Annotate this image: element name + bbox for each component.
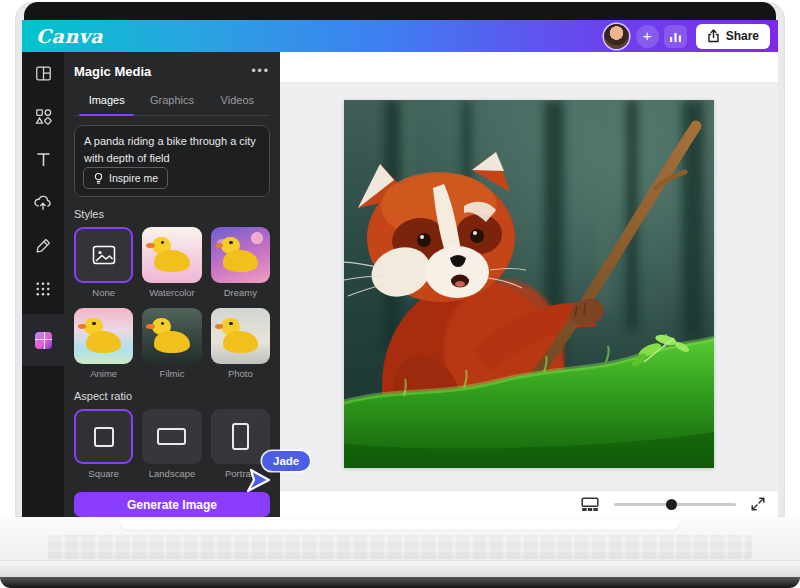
style-label: Dreamy [211, 287, 270, 298]
tab-graphics[interactable]: Graphics [139, 86, 204, 115]
pages-icon [581, 497, 599, 512]
magic-media-app-icon [35, 332, 52, 349]
red-panda-illustration [344, 100, 714, 468]
canvas-statusbar [280, 490, 778, 517]
aspect-label: Landscape [142, 468, 201, 479]
lightbulb-icon [93, 172, 104, 185]
prompt-value: A panda riding a bike through a city wit… [84, 133, 260, 166]
landscape-icon [157, 428, 186, 445]
plus-icon: + [643, 28, 652, 43]
aspect-option-portrait[interactable]: Portrait [211, 409, 270, 479]
portrait-icon [232, 423, 249, 450]
inspire-me-button[interactable]: Inspire me [83, 167, 168, 189]
insights-button[interactable] [664, 25, 687, 48]
style-option-photo[interactable]: Photo [211, 308, 270, 379]
laptop-keyboard-deck [0, 517, 800, 588]
aspect-thumb-square[interactable] [74, 409, 133, 464]
editor-toolbar [280, 52, 778, 83]
bar-chart-icon [669, 30, 682, 43]
tab-videos[interactable]: Videos [205, 86, 270, 115]
aspect-option-square[interactable]: Square [74, 409, 133, 479]
aspect-ratio-grid: Square Landscape Portrait [74, 409, 270, 479]
share-button[interactable]: Share [696, 24, 770, 49]
image-placeholder-icon [92, 245, 116, 265]
styles-heading: Styles [74, 208, 270, 220]
laptop-hinge [120, 520, 680, 531]
zoom-slider[interactable] [614, 499, 736, 510]
topbar-actions: + Share [604, 20, 770, 52]
user-avatar[interactable] [604, 24, 629, 49]
laptop-deck-top [0, 517, 800, 561]
rail-item-draw[interactable] [22, 224, 64, 267]
style-label: None [74, 287, 133, 298]
rail-item-elements[interactable] [22, 95, 64, 138]
style-option-filmic[interactable]: Filmic [142, 308, 201, 379]
shapes-icon [34, 107, 53, 126]
aspect-thumb-portrait[interactable] [211, 409, 270, 464]
app-window: Canva + [22, 20, 778, 517]
laptop-mockup: Canva + [0, 0, 800, 588]
inspire-me-label: Inspire me [109, 172, 158, 184]
styles-grid: None Watercolor Dreamy [74, 227, 270, 379]
panel-menu-button[interactable]: ••• [251, 66, 270, 76]
aspect-label: Square [74, 468, 133, 479]
style-thumb-dreamy[interactable] [211, 227, 270, 283]
square-icon [94, 427, 114, 447]
style-option-watercolor[interactable]: Watercolor [142, 227, 201, 298]
share-label: Share [726, 29, 759, 43]
expand-icon [751, 497, 765, 511]
rail-item-magic-media[interactable] [22, 314, 64, 366]
rail-item-design[interactable] [22, 52, 64, 95]
style-option-anime[interactable]: Anime [74, 308, 133, 379]
upload-icon [707, 29, 720, 43]
duck-illustration [74, 308, 133, 364]
magic-media-panel: Magic Media ••• Images Graphics Videos A… [64, 52, 280, 517]
add-collaborator-button[interactable]: + [636, 25, 659, 48]
aspect-thumb-landscape[interactable] [142, 409, 201, 464]
style-thumb-photo[interactable] [211, 308, 270, 364]
zoom-slider-knob[interactable] [666, 499, 677, 510]
style-thumb-anime[interactable] [74, 308, 133, 364]
pages-view-button[interactable] [581, 497, 599, 512]
pen-icon [34, 236, 53, 255]
cloud-upload-icon [33, 193, 53, 213]
style-thumb-none[interactable] [74, 227, 133, 283]
tab-images[interactable]: Images [74, 86, 139, 115]
laptop-screen-bezel: Canva + [15, 2, 785, 517]
editor-canvas [280, 52, 778, 517]
style-label: Watercolor [142, 287, 201, 298]
prompt-input[interactable]: A panda riding a bike through a city wit… [74, 125, 270, 197]
style-option-dreamy[interactable]: Dreamy [211, 227, 270, 298]
laptop-keyboard [48, 535, 752, 559]
fullscreen-button[interactable] [751, 497, 765, 511]
panel-title: Magic Media [74, 64, 151, 79]
text-icon [34, 150, 53, 169]
duck-illustration [142, 227, 201, 283]
style-thumb-filmic[interactable] [142, 308, 201, 364]
aspect-ratio-heading: Aspect ratio [74, 390, 270, 402]
laptop-deck-edge [0, 561, 800, 578]
generated-image-red-panda[interactable] [344, 100, 714, 468]
style-option-none[interactable]: None [74, 227, 133, 298]
aspect-option-landscape[interactable]: Landscape [142, 409, 201, 479]
grid-dots-icon [34, 280, 52, 298]
laptop-base [0, 577, 800, 588]
style-label: Anime [74, 368, 133, 379]
rail-item-uploads[interactable] [22, 181, 64, 224]
generate-image-button[interactable]: Generate Image [74, 492, 270, 517]
style-thumb-watercolor[interactable] [142, 227, 201, 283]
canva-logo[interactable]: Canva [36, 20, 103, 52]
layout-icon [34, 64, 53, 83]
duck-illustration [142, 308, 201, 364]
media-type-tabs: Images Graphics Videos [74, 86, 270, 116]
rail-item-text[interactable] [22, 138, 64, 181]
duck-illustration [211, 227, 270, 283]
rail-item-apps[interactable] [22, 267, 64, 310]
topbar: Canva + [22, 20, 778, 52]
style-label: Photo [211, 368, 270, 379]
style-label: Filmic [142, 368, 201, 379]
aspect-label: Portrait [211, 468, 270, 479]
duck-illustration [211, 308, 270, 364]
sidebar-rail [22, 52, 64, 517]
